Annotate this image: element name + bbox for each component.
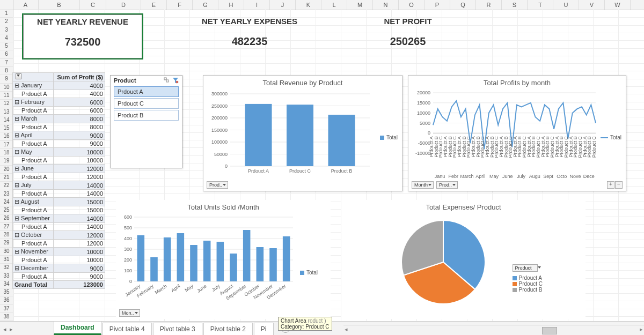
horizontal-scrollbar[interactable]: ◂ ▸: [343, 325, 644, 335]
col-header[interactable]: O: [399, 0, 425, 10]
row-header[interactable]: 26: [0, 214, 13, 222]
row-header[interactable]: 14: [0, 116, 13, 124]
col-header[interactable]: U: [553, 0, 579, 10]
row-header[interactable]: 9: [0, 75, 13, 83]
col-header[interactable]: M: [347, 0, 373, 10]
row-header[interactable]: 13: [0, 108, 13, 116]
svg-text:July: July: [517, 174, 526, 179]
sheet-tab[interactable]: Pi: [254, 323, 274, 335]
row-header[interactable]: 33: [0, 272, 13, 280]
col-header[interactable]: G: [193, 0, 218, 10]
row-header[interactable]: 29: [0, 239, 13, 247]
row-header[interactable]: 30: [0, 248, 13, 256]
row-header[interactable]: 11: [0, 92, 13, 100]
tab-first-icon[interactable]: ◂: [3, 326, 6, 333]
col-header[interactable]: F: [167, 0, 193, 10]
row-header[interactable]: 7: [0, 59, 13, 67]
col-header[interactable]: T: [528, 0, 553, 10]
row-header[interactable]: 17: [0, 141, 13, 149]
kpi-profit[interactable]: NET PROFIT 250265: [370, 14, 445, 54]
chart-profits-by-month[interactable]: Total Profits by month -10000-5000050001…: [408, 75, 626, 191]
sheet-tab[interactable]: Dashboard: [54, 321, 101, 335]
col-header[interactable]: L: [321, 0, 347, 10]
row-header[interactable]: 18: [0, 149, 13, 157]
row-header[interactable]: 35: [0, 288, 13, 296]
col-header[interactable]: W: [605, 0, 631, 10]
sheet-tab[interactable]: Pivot table 2: [203, 323, 253, 335]
row-header[interactable]: 19: [0, 157, 13, 165]
row-header[interactable]: 1: [0, 10, 13, 18]
row-header[interactable]: 37: [0, 305, 13, 313]
col-header[interactable]: E: [141, 0, 167, 10]
field-button-product[interactable]: Prod..: [436, 181, 458, 189]
kpi-revenue[interactable]: NET YEARLY REVENUE 732500: [23, 14, 142, 58]
worksheet: ABCDEFGHIJKLMNOPQRSTUVW 1234567891011121…: [0, 0, 644, 335]
col-header[interactable]: C: [80, 0, 106, 10]
product-slicer[interactable]: Product Prdouct APrdouct CProduct B: [110, 75, 182, 168]
row-header[interactable]: 25: [0, 206, 13, 214]
expand-collapse-buttons[interactable]: + −: [607, 181, 623, 189]
col-header[interactable]: V: [579, 0, 605, 10]
row-header[interactable]: 12: [0, 100, 13, 108]
svg-text:May: May: [489, 174, 499, 179]
svg-text:100000: 100000: [211, 139, 228, 145]
svg-text:Octo: Octo: [557, 174, 567, 179]
chart-legend: Total: [300, 270, 318, 276]
tab-nav[interactable]: ◂ ▸: [3, 326, 13, 333]
col-header[interactable]: K: [296, 0, 321, 10]
row-header[interactable]: 28: [0, 231, 13, 239]
col-header[interactable]: N: [373, 0, 399, 10]
field-button-month[interactable]: Month: [412, 181, 434, 189]
row-header[interactable]: 10: [0, 84, 13, 92]
chart-units-sold-month[interactable]: Total Units Sold /Month 0100200300400500…: [116, 200, 331, 319]
row-header[interactable]: 3: [0, 26, 13, 34]
chart-revenue-by-product[interactable]: Total Revenue by Product 050000100000150…: [203, 75, 402, 191]
col-header[interactable]: H: [218, 0, 244, 10]
scroll-thumb[interactable]: [542, 327, 557, 334]
expand-icon[interactable]: +: [607, 181, 614, 189]
row-header[interactable]: 16: [0, 132, 13, 140]
col-header[interactable]: D: [106, 0, 141, 10]
col-header[interactable]: I: [244, 0, 270, 10]
sheet-tab[interactable]: Pivot table 3: [153, 323, 202, 335]
col-header[interactable]: R: [476, 0, 502, 10]
row-header[interactable]: 5: [0, 42, 13, 50]
col-header[interactable]: Q: [450, 0, 476, 10]
row-header[interactable]: 6: [0, 50, 13, 58]
col-header[interactable]: J: [270, 0, 296, 10]
sheet-tab[interactable]: Pivot table 4: [103, 323, 152, 335]
field-button-month[interactable]: Mon..: [119, 309, 140, 317]
kpi-expenses[interactable]: NET YEARLY EXPENSES 482235: [199, 14, 301, 54]
slicer-item[interactable]: Product B: [114, 110, 179, 121]
row-header[interactable]: 2: [0, 18, 13, 26]
row-header[interactable]: 23: [0, 190, 13, 198]
row-header[interactable]: 36: [0, 296, 13, 304]
row-header[interactable]: 22: [0, 182, 13, 190]
row-header[interactable]: 20: [0, 166, 13, 174]
pivot-table[interactable]: Sum of Profit ($)⊟ January4000Prdouct A4…: [12, 72, 105, 289]
col-header[interactable]: B: [39, 0, 80, 10]
collapse-icon[interactable]: −: [615, 181, 623, 189]
row-header[interactable]: 15: [0, 124, 13, 132]
slicer-item[interactable]: Prdouct C: [114, 98, 179, 109]
select-all-corner[interactable]: [0, 0, 13, 10]
row-header[interactable]: 32: [0, 264, 13, 272]
row-header[interactable]: 21: [0, 174, 13, 182]
row-header[interactable]: 31: [0, 256, 13, 264]
row-header[interactable]: 24: [0, 198, 13, 206]
row-header[interactable]: 8: [0, 67, 13, 75]
field-button-product[interactable]: Product: [513, 264, 538, 272]
row-header[interactable]: 38: [0, 313, 13, 321]
slicer-item[interactable]: Prdouct A: [114, 86, 179, 97]
col-header[interactable]: S: [502, 0, 528, 10]
col-header[interactable]: P: [425, 0, 450, 10]
tab-prev-icon[interactable]: ▸: [10, 326, 13, 333]
chart-expenses-product[interactable]: Total Expenses/ Product Product Prdouct …: [341, 200, 586, 319]
clear-filter-icon[interactable]: [172, 77, 179, 84]
field-button-product[interactable]: Prod..: [207, 181, 228, 189]
multiselect-icon[interactable]: [164, 77, 170, 84]
row-header[interactable]: 4: [0, 34, 13, 42]
row-header[interactable]: 27: [0, 223, 13, 231]
row-header[interactable]: 34: [0, 280, 13, 288]
col-header[interactable]: A: [13, 0, 39, 10]
